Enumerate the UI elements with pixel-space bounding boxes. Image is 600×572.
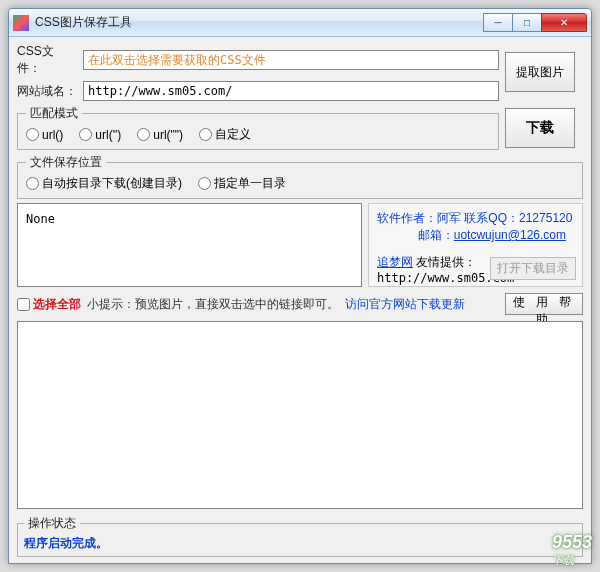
status-text: 程序启动完成。 (18, 532, 582, 556)
tip-text: 小提示：预览图片，直接双击选中的链接即可。 (87, 296, 339, 313)
window-controls: ─ □ ✕ (484, 13, 587, 32)
css-file-input[interactable] (83, 50, 499, 70)
info-panel: 软件作者：阿军 联系QQ：21275120 邮箱：uotcwujun@126.c… (368, 203, 583, 287)
save-option-0[interactable]: 自动按目录下载(创建目录) (26, 175, 182, 192)
email-link[interactable]: uotcwujun@126.com (454, 228, 566, 242)
save-option-1[interactable]: 指定单一目录 (198, 175, 286, 192)
window-title: CSS图片保存工具 (35, 14, 484, 31)
download-button[interactable]: 下载 (505, 108, 575, 148)
match-option-1[interactable]: url('') (79, 128, 121, 142)
select-row: 选择全部 小提示：预览图片，直接双击选中的链接即可。 访问官方网站下载更新 使 … (17, 291, 583, 317)
match-option-2[interactable]: url("") (137, 128, 183, 142)
site-suffix: 友情提供： (416, 255, 476, 269)
maximize-button[interactable]: □ (512, 13, 542, 32)
app-icon (13, 15, 29, 31)
status-group: 操作状态 程序启动完成。 (17, 515, 583, 557)
qq-number: 21275120 (519, 211, 572, 225)
status-legend: 操作状态 (24, 515, 80, 532)
content-area: CSS文件： 提取图片 网站域名： 匹配模式 url() url('') url… (9, 37, 591, 563)
url-listbox[interactable]: None (17, 203, 362, 287)
open-download-dir-button[interactable]: 打开下载目录 (490, 257, 576, 280)
titlebar[interactable]: CSS图片保存工具 ─ □ ✕ (9, 9, 591, 37)
help-button[interactable]: 使 用 帮 助 (505, 293, 583, 315)
match-mode-legend: 匹配模式 (26, 105, 82, 122)
preview-list[interactable] (17, 321, 583, 509)
select-all-checkbox[interactable]: 选择全部 (17, 296, 81, 313)
match-mode-group: 匹配模式 url() url('') url("") 自定义 (17, 105, 499, 150)
email-label: 邮箱： (418, 228, 454, 242)
minimize-button[interactable]: ─ (483, 13, 513, 32)
close-button[interactable]: ✕ (541, 13, 587, 32)
site-name[interactable]: 追梦网 (377, 255, 413, 269)
domain-input[interactable] (83, 81, 499, 101)
match-option-3[interactable]: 自定义 (199, 126, 251, 143)
match-option-0[interactable]: url() (26, 128, 63, 142)
update-link[interactable]: 访问官方网站下载更新 (345, 296, 465, 313)
author-label: 软件作者： (377, 211, 437, 225)
listbox-content: None (26, 212, 55, 226)
css-file-label: CSS文件： (17, 43, 77, 77)
save-location-legend: 文件保存位置 (26, 154, 106, 171)
author-name: 阿军 (437, 211, 461, 225)
app-window: CSS图片保存工具 ─ □ ✕ CSS文件： 提取图片 网站域名： 匹配模式 (8, 8, 592, 564)
contact-label: 联系QQ： (464, 211, 519, 225)
domain-label: 网站域名： (17, 83, 77, 100)
save-location-group: 文件保存位置 自动按目录下载(创建目录) 指定单一目录 (17, 154, 583, 199)
extract-button[interactable]: 提取图片 (505, 52, 575, 92)
